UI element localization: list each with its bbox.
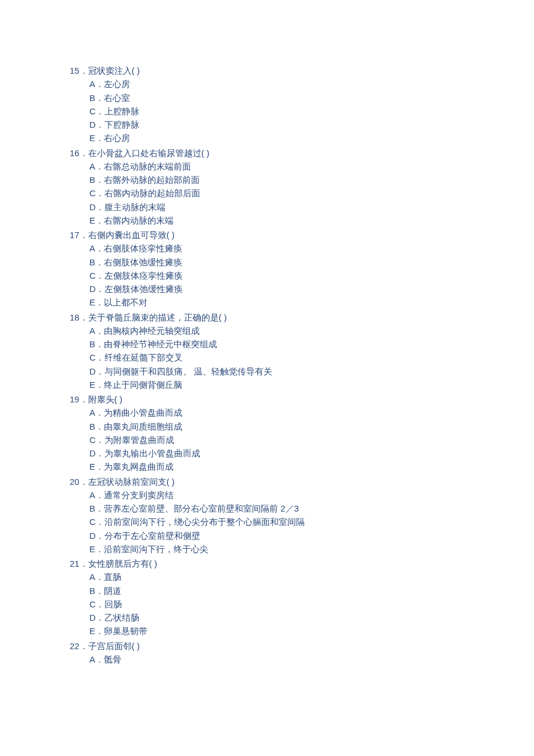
option: D．腹主动脉的末端 xyxy=(89,200,534,214)
option-text: 直肠 xyxy=(104,572,121,582)
option-letter: E． xyxy=(89,544,104,554)
option: D．为睾丸输出小管盘曲而成 xyxy=(89,447,534,460)
option-letter: A． xyxy=(89,79,104,89)
options-list: A．为精曲小管盘曲而成B．由睾丸间质细胞组成C．为附睾管盘曲而成D．为睾丸输出小… xyxy=(70,406,534,473)
option-letter: C． xyxy=(89,188,104,198)
option-letter: D． xyxy=(89,366,104,376)
option-text: 由脊神经节神经元中枢突组成 xyxy=(104,339,217,349)
option-text: 乙状结肠 xyxy=(104,613,139,622)
option-letter: D． xyxy=(89,613,104,622)
option: C．上腔静脉 xyxy=(89,105,534,118)
option: C．回肠 xyxy=(89,597,534,611)
option-letter: E． xyxy=(89,297,104,307)
option-text: 左心房 xyxy=(104,79,130,89)
option-letter: A． xyxy=(89,161,104,171)
question-number: 16． xyxy=(70,148,88,158)
question-stem: 19．附睾头( ) xyxy=(70,393,534,406)
question-text: 附睾头( ) xyxy=(88,394,122,404)
question-stem: 17．右侧内囊出血可导致( ) xyxy=(70,228,534,242)
option: A．左心房 xyxy=(89,77,534,91)
question-number: 18． xyxy=(70,312,88,322)
question-text: 在小骨盆入口处右输尿管越过( ) xyxy=(88,148,210,158)
option-letter: E． xyxy=(89,626,104,636)
option-letter: C． xyxy=(89,517,104,527)
option-text: 骶骨 xyxy=(104,654,121,664)
option-text: 右侧肢体痉挛性瘫痪 xyxy=(104,243,182,253)
option-text: 沿前室间沟下行，终于心尖 xyxy=(104,544,208,554)
option-text: 卵巢悬韧带 xyxy=(104,626,147,636)
option: E．终止于同侧背侧丘脑 xyxy=(89,378,534,391)
option: A．右侧肢体痉挛性瘫痪 xyxy=(89,242,534,255)
option: E．卵巢悬韧带 xyxy=(89,624,534,638)
option: B．阴道 xyxy=(89,584,534,597)
option-letter: C． xyxy=(89,352,104,362)
question: 15．冠状窦注入( )A．左心房B．右心室C．上腔静脉D．下腔静脉E．右心房 xyxy=(70,64,534,145)
option: A．骶骨 xyxy=(89,653,534,666)
option-text: 为睾丸输出小管盘曲而成 xyxy=(104,448,200,458)
question-stem: 21．女性膀胱后方有( ) xyxy=(70,557,534,570)
option-letter: E． xyxy=(89,380,104,390)
option-letter: E． xyxy=(89,462,104,471)
option-letter: B． xyxy=(89,339,104,349)
option-letter: A． xyxy=(89,490,104,500)
options-list: A．右侧肢体痉挛性瘫痪B．右侧肢体弛缓性瘫痪C．左侧肢体痉挛性瘫痪D．左侧肢体弛… xyxy=(70,242,534,309)
question-text: 女性膀胱后方有( ) xyxy=(88,559,157,568)
option-text: 由睾丸间质细胞组成 xyxy=(104,422,182,431)
options-list: A．骶骨 xyxy=(70,653,534,666)
option-letter: B． xyxy=(89,175,104,185)
options-list: A．右髂总动脉的末端前面B．右髂外动脉的起始部前面C．右髂内动脉的起始部后面D．… xyxy=(70,160,534,227)
option-text: 右髂总动脉的末端前面 xyxy=(104,161,191,171)
options-list: A．由胸核内神经元轴突组成B．由脊神经节神经元中枢突组成C．纤维在延髓下部交叉D… xyxy=(70,324,534,391)
option: B．右髂外动脉的起始部前面 xyxy=(89,173,534,186)
options-list: A．直肠B．阴道C．回肠D．乙状结肠E．卵巢悬韧带 xyxy=(70,570,534,638)
question: 20．左冠状动脉前室间支( )A．通常分支到窦房结B．营养左心室前壁、部分右心室… xyxy=(70,475,534,556)
question-stem: 22．子宫后面邻( ) xyxy=(70,639,534,653)
question: 18．关于脊髓丘脑束的描述，正确的是( )A．由胸核内神经元轴突组成B．由脊神经… xyxy=(70,311,534,392)
option: D．分布于左心室前壁和侧壁 xyxy=(89,529,534,542)
question-number: 19． xyxy=(70,394,88,404)
option: A．右髂总动脉的末端前面 xyxy=(89,160,534,173)
option-letter: A． xyxy=(89,572,104,582)
option-letter: C． xyxy=(89,435,104,445)
option-letter: B． xyxy=(89,586,104,596)
option: A．通常分支到窦房结 xyxy=(89,488,534,502)
option-text: 纤维在延髓下部交叉 xyxy=(104,352,183,362)
option-letter: C． xyxy=(89,106,104,116)
option: D．乙状结肠 xyxy=(89,611,534,624)
option-text: 与同侧躯干和四肢痛、 温、轻触觉传导有关 xyxy=(104,366,272,376)
question: 17．右侧内囊出血可导致( )A．右侧肢体痉挛性瘫痪B．右侧肢体弛缓性瘫痪C．左… xyxy=(70,228,534,309)
option-text: 右心房 xyxy=(104,133,130,143)
option: C．纤维在延髓下部交叉 xyxy=(89,351,534,364)
option-letter: D． xyxy=(89,120,104,129)
question-number: 22． xyxy=(70,641,88,651)
option-text: 以上都不对 xyxy=(104,297,147,307)
question-text: 关于脊髓丘脑束的描述，正确的是( ) xyxy=(88,312,227,322)
options-list: A．左心房B．右心室C．上腔静脉D．下腔静脉E．右心房 xyxy=(70,77,534,145)
option: B．营养左心室前壁、部分右心室前壁和室间隔前 2／3 xyxy=(89,502,534,515)
option: D．左侧肢体弛缓性瘫痪 xyxy=(89,282,534,296)
questions-list: 15．冠状窦注入( )A．左心房B．右心室C．上腔静脉D．下腔静脉E．右心房16… xyxy=(70,64,534,666)
option: E．右髂内动脉的末端 xyxy=(89,214,534,227)
option-text: 腹主动脉的末端 xyxy=(104,202,165,212)
option-letter: B． xyxy=(89,503,104,513)
option: A．直肠 xyxy=(89,570,534,584)
option-text: 阴道 xyxy=(104,586,121,596)
option-text: 左侧肢体弛缓性瘫痪 xyxy=(104,284,183,294)
option: C．右髂内动脉的起始部后面 xyxy=(89,186,534,200)
option-text: 营养左心室前壁、部分右心室前壁和室间隔前 2／3 xyxy=(104,503,299,513)
option: B．由睾丸间质细胞组成 xyxy=(89,420,534,433)
option-text: 上腔静脉 xyxy=(104,106,139,116)
option-letter: A． xyxy=(89,326,104,336)
question-number: 20． xyxy=(70,477,88,487)
option: E．以上都不对 xyxy=(89,296,534,309)
option-text: 分布于左心室前壁和侧壁 xyxy=(104,531,200,541)
option-letter: D． xyxy=(89,284,104,294)
question-stem: 20．左冠状动脉前室间支( ) xyxy=(70,475,534,488)
option-text: 终止于同侧背侧丘脑 xyxy=(104,380,182,390)
question-text: 左冠状动脉前室间支( ) xyxy=(88,477,175,487)
question: 21．女性膀胱后方有( )A．直肠B．阴道C．回肠D．乙状结肠E．卵巢悬韧带 xyxy=(70,557,534,638)
option: A．由胸核内神经元轴突组成 xyxy=(89,324,534,337)
option-letter: D． xyxy=(89,531,104,541)
option: C．为附睾管盘曲而成 xyxy=(89,433,534,447)
option-letter: A． xyxy=(89,243,104,253)
